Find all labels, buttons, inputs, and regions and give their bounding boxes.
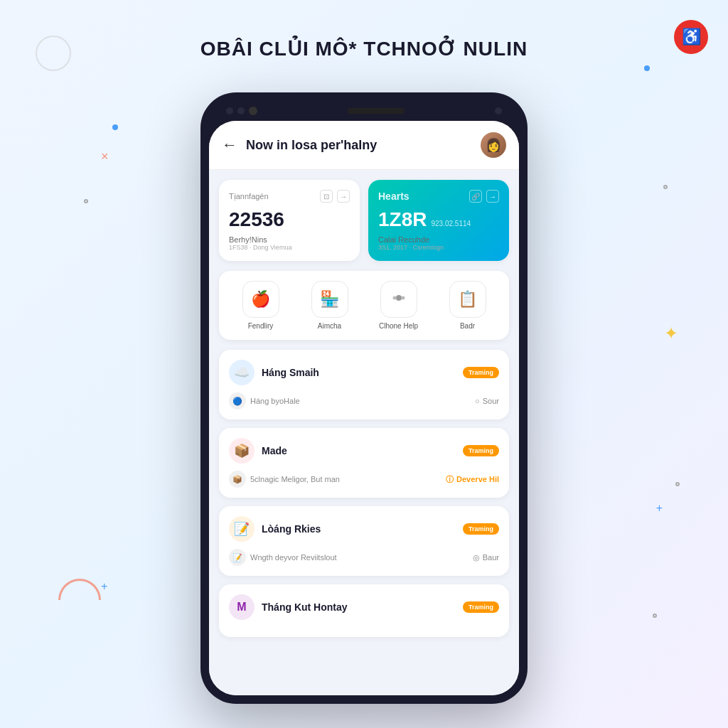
action-icon-badr: 📋 xyxy=(449,281,486,318)
phone-notch xyxy=(209,101,519,121)
action-clhone[interactable]: Clhone Help xyxy=(367,281,430,330)
list-item-left-1: ☁️ Háng Smaih xyxy=(229,360,319,385)
phone-sensor xyxy=(495,107,502,114)
card-white-meta-sub: 1FS38 · Dong Viemua xyxy=(229,244,350,251)
bg-plus-1: + xyxy=(656,502,663,515)
list-item-hang-smaih[interactable]: ☁️ Háng Smaih Traming 🔵 Háng byoHale ○ S… xyxy=(219,350,509,419)
list-item-made[interactable]: 📦 Made Traming 📦 5clnagic Meligor, But m… xyxy=(219,428,509,498)
phone-speaker xyxy=(348,108,405,114)
bg-plus-2: + xyxy=(101,580,107,593)
card-white-icons: ⊡ → xyxy=(320,190,350,203)
card-teal-icon-arrow: → xyxy=(486,190,499,203)
list-icon-3: 📝 xyxy=(229,516,255,542)
sub-text-1: Háng byoHale xyxy=(250,397,300,405)
card-teal-label: Hearts xyxy=(378,191,410,202)
page-title: OBÂI CLỦI MÔ* TCHNOỞ NULIN xyxy=(0,37,728,60)
user-avatar[interactable]: 👩 xyxy=(481,132,506,158)
bg-dot-2 xyxy=(84,199,88,203)
phone-screen: ← Now in losa per'halny 👩 Tịannfagén ⊡ xyxy=(209,121,519,695)
list-item-left-2: 📦 Made xyxy=(229,438,287,464)
sub-icon-3: 📝 xyxy=(229,549,246,566)
list-title-3: Lòáng Rkies xyxy=(262,523,321,535)
sub-left-1: 🔵 Háng byoHale xyxy=(229,392,300,410)
card-white-number: 22536 xyxy=(229,208,350,231)
svg-point-0 xyxy=(396,295,402,301)
sub-right-2: ⓘ Deverve Hil xyxy=(446,474,499,485)
sub-right-3: ◎ Baur xyxy=(473,553,499,562)
list-item-main-2: 📦 Made Traming xyxy=(229,438,499,464)
card-white-meta: Berhy!Nins xyxy=(229,235,350,244)
action-label-aimcha: Aimcha xyxy=(318,322,341,330)
card-teal-subnumber: 923.02.5114 xyxy=(431,220,471,228)
action-icon-clhone xyxy=(380,281,417,318)
bg-arc-1 xyxy=(58,579,101,600)
list-item-main-4: M Tháng Kut Hontay Traming xyxy=(229,594,499,620)
card-teal-icons: 🔗 → xyxy=(469,190,499,203)
card-teal-icon-share: 🔗 xyxy=(469,190,482,203)
phone-frame: ← Now in losa per'halny 👩 Tịannfagén ⊡ xyxy=(200,92,528,704)
action-icon-aimcha: 🏪 xyxy=(311,281,348,318)
bg-dot-1 xyxy=(112,124,118,130)
camera-dot-1 xyxy=(226,107,233,114)
list-item-sub-1: 🔵 Háng byoHale ○ Sour xyxy=(229,392,499,410)
svg-point-1 xyxy=(401,296,405,300)
list-icon-2: 📦 xyxy=(229,438,255,464)
list-icon-4: M xyxy=(229,594,255,620)
list-item-thang-kut[interactable]: M Tháng Kut Hontay Traming xyxy=(219,584,509,637)
action-badr[interactable]: 📋 Badr xyxy=(436,281,499,330)
bg-dot-3 xyxy=(644,65,650,71)
action-label-badr: Badr xyxy=(460,322,475,330)
bg-dot-5 xyxy=(675,482,680,486)
bg-star-1: ✦ xyxy=(664,323,678,343)
card-teal-meta: Calai Recuhde xyxy=(378,235,499,244)
card-teal-meta-sub: 3S1, 2017 · Csremiogn xyxy=(378,244,499,251)
bg-dot-4 xyxy=(663,185,668,189)
app-header-title: Now in losa per'halny xyxy=(246,138,481,153)
list-item-left-4: M Tháng Kut Hontay xyxy=(229,594,348,620)
camera-dot-2 xyxy=(237,107,245,114)
badge-4: Traming xyxy=(463,601,499,613)
actions-grid: 🍎 Fendliry 🏪 Aimcha Clhone Help xyxy=(229,281,499,330)
list-item-main-3: 📝 Lòáng Rkies Traming xyxy=(229,516,499,542)
card-icon-box: ⊡ xyxy=(320,190,333,203)
list-icon-1: ☁️ xyxy=(229,360,255,385)
avatar-emoji: 👩 xyxy=(486,137,501,153)
card-white[interactable]: Tịannfagén ⊡ → 22536 Berhy!Nins 1FS38 · … xyxy=(219,180,360,261)
card-white-label: Tịannfagén xyxy=(229,192,269,201)
svg-point-2 xyxy=(392,296,396,300)
badge-3: Traming xyxy=(463,523,499,535)
badge-1: Traming xyxy=(463,367,499,378)
list-item-main-1: ☁️ Háng Smaih Traming xyxy=(229,360,499,385)
app-content: Tịannfagén ⊡ → 22536 Berhy!Nins 1FS38 · … xyxy=(209,170,519,695)
phone-mockup: ← Now in losa per'halny 👩 Tịannfagén ⊡ xyxy=(200,92,528,704)
list-item-left-3: 📝 Lòáng Rkies xyxy=(229,516,321,542)
action-icon-fendliry: 🍎 xyxy=(242,281,279,318)
action-fendliry[interactable]: 🍎 Fendliry xyxy=(229,281,292,330)
card-teal-number: 1Z8R xyxy=(378,208,427,231)
list-title-4: Tháng Kut Hontay xyxy=(262,601,348,613)
sub-text-3: Wngth deyvor Reviitslout xyxy=(250,553,337,562)
bg-x-1: × xyxy=(101,149,109,164)
list-item-loang-rkies[interactable]: 📝 Lòáng Rkies Traming 📝 Wngth deyvor Rev… xyxy=(219,506,509,576)
app-header: ← Now in losa per'halny 👩 xyxy=(209,121,519,170)
list-title-2: Made xyxy=(262,445,287,456)
quick-actions: 🍎 Fendliry 🏪 Aimcha Clhone Help xyxy=(219,271,509,340)
camera-front xyxy=(249,107,257,115)
list-item-sub-2: 📦 5clnagic Meligor, But man ⓘ Deverve Hi… xyxy=(229,471,499,488)
action-label-fendliry: Fendliry xyxy=(248,322,274,330)
sub-left-2: 📦 5clnagic Meligor, But man xyxy=(229,471,340,488)
action-label-clhone: Clhone Help xyxy=(379,322,418,330)
card-teal[interactable]: Hearts 🔗 → 1Z8R 923.02.5114 Calai Recuhd… xyxy=(368,180,509,261)
back-button[interactable]: ← xyxy=(222,136,237,154)
sub-icon-2: 📦 xyxy=(229,471,246,488)
card-icon-arrow: → xyxy=(337,190,350,203)
bg-dot-6 xyxy=(653,614,657,618)
cards-row: Tịannfagén ⊡ → 22536 Berhy!Nins 1FS38 · … xyxy=(219,180,509,261)
sub-left-3: 📝 Wngth deyvor Reviitslout xyxy=(229,549,337,566)
list-item-sub-3: 📝 Wngth deyvor Reviitslout ◎ Baur xyxy=(229,549,499,566)
sub-icon-1: 🔵 xyxy=(229,392,246,410)
list-title-1: Háng Smaih xyxy=(262,367,319,378)
camera-group xyxy=(226,107,257,115)
action-aimcha[interactable]: 🏪 Aimcha xyxy=(298,281,361,330)
badge-2: Traming xyxy=(463,445,499,456)
